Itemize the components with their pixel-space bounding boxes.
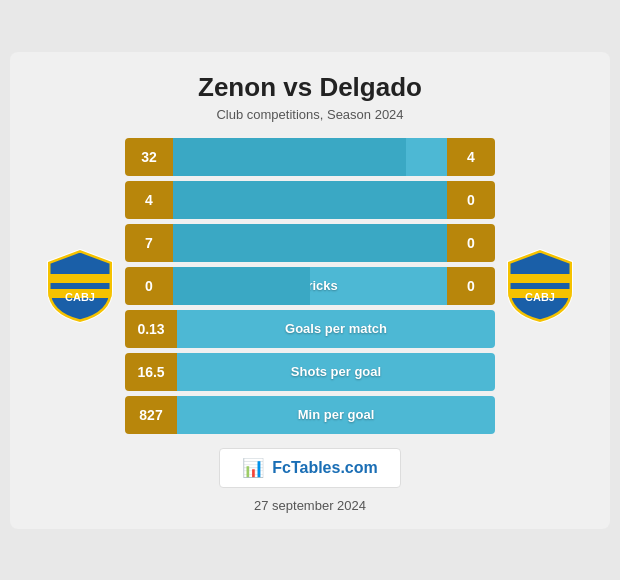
match-title: Zenon vs Delgado bbox=[198, 72, 422, 103]
stat-left-value: 4 bbox=[125, 181, 173, 219]
stat-bar: Goals bbox=[173, 181, 447, 219]
stat-single-bar: Min per goal bbox=[177, 396, 495, 434]
stat-row-two: 32 Matches 4 bbox=[125, 138, 495, 176]
date-label: 27 september 2024 bbox=[254, 498, 366, 513]
stat-bar: Assists bbox=[173, 224, 447, 262]
stat-row-one: 0.13 Goals per match bbox=[125, 310, 495, 348]
svg-rect-0 bbox=[48, 274, 112, 283]
stat-row-one: 16.5 Shots per goal bbox=[125, 353, 495, 391]
svg-rect-3 bbox=[508, 274, 572, 283]
stat-label: Shots per goal bbox=[291, 364, 381, 379]
stat-right-value: 0 bbox=[447, 267, 495, 305]
left-team-logo: CABJ bbox=[35, 246, 125, 326]
stat-row-two: 7 Assists 0 bbox=[125, 224, 495, 262]
stat-single-value: 0.13 bbox=[125, 310, 177, 348]
fctables-icon: 📊 bbox=[242, 457, 264, 479]
stat-single-bar: Shots per goal bbox=[177, 353, 495, 391]
stat-single-bar: Goals per match bbox=[177, 310, 495, 348]
stat-right-value: 0 bbox=[447, 181, 495, 219]
main-content-row: CABJ 32 Matches 4 4 Goals 0 7 Assists bbox=[20, 138, 600, 434]
stat-single-value: 16.5 bbox=[125, 353, 177, 391]
stat-left-value: 7 bbox=[125, 224, 173, 262]
stat-row-one: 827 Min per goal bbox=[125, 396, 495, 434]
svg-text:CABJ: CABJ bbox=[525, 291, 555, 303]
match-subtitle: Club competitions, Season 2024 bbox=[216, 107, 403, 122]
stat-single-value: 827 bbox=[125, 396, 177, 434]
stat-label: Goals per match bbox=[285, 321, 387, 336]
stat-row-two: 0 Hattricks 0 bbox=[125, 267, 495, 305]
stat-right-value: 0 bbox=[447, 224, 495, 262]
stat-left-value: 0 bbox=[125, 267, 173, 305]
stat-row-two: 4 Goals 0 bbox=[125, 181, 495, 219]
stat-right-value: 4 bbox=[447, 138, 495, 176]
right-team-logo: CABJ bbox=[495, 246, 585, 326]
stat-left-value: 32 bbox=[125, 138, 173, 176]
fctables-banner[interactable]: 📊 FcTables.com bbox=[219, 448, 401, 488]
stat-label: Min per goal bbox=[298, 407, 375, 422]
fctables-label: FcTables.com bbox=[272, 459, 378, 477]
svg-text:CABJ: CABJ bbox=[65, 291, 95, 303]
stat-bar: Matches bbox=[173, 138, 447, 176]
stat-bar: Hattricks bbox=[173, 267, 447, 305]
stats-section: 32 Matches 4 4 Goals 0 7 Assists 0 0 bbox=[125, 138, 495, 434]
comparison-card: Zenon vs Delgado Club competitions, Seas… bbox=[10, 52, 610, 529]
